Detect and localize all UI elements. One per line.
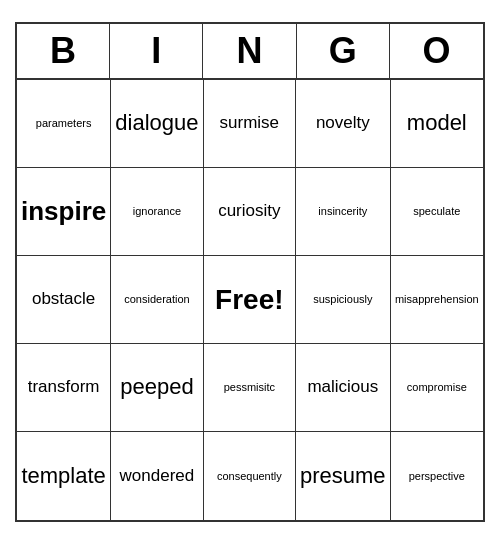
cell-text-r3-c4: compromise — [407, 380, 467, 394]
cell-text-r3-c2: pessmisitc — [224, 380, 275, 394]
bingo-header: BINGO — [17, 24, 483, 80]
cell-r2-c1: consideration — [111, 256, 203, 344]
cell-text-r1-c1: ignorance — [133, 204, 181, 218]
cell-r0-c4: model — [391, 80, 483, 168]
cell-r2-c4: misapprehension — [391, 256, 483, 344]
cell-text-r1-c2: curiosity — [218, 200, 280, 222]
cell-r1-c3: insincerity — [296, 168, 391, 256]
cell-r2-c3: suspiciously — [296, 256, 391, 344]
cell-text-r3-c1: peeped — [120, 373, 193, 402]
cell-text-r0-c1: dialogue — [115, 109, 198, 138]
header-letter-n: N — [203, 24, 296, 78]
header-letter-o: O — [390, 24, 483, 78]
cell-text-r2-c0: obstacle — [32, 288, 95, 310]
cell-text-r4-c4: perspective — [409, 469, 465, 483]
cell-r1-c2: curiosity — [204, 168, 296, 256]
cell-text-r1-c3: insincerity — [318, 204, 367, 218]
cell-r3-c0: transform — [17, 344, 111, 432]
cell-text-r0-c4: model — [407, 109, 467, 138]
cell-text-r0-c0: parameters — [36, 116, 92, 130]
cell-r3-c4: compromise — [391, 344, 483, 432]
cell-r0-c0: parameters — [17, 80, 111, 168]
cell-r0-c3: novelty — [296, 80, 391, 168]
cell-text-r1-c4: speculate — [413, 204, 460, 218]
cell-r4-c1: wondered — [111, 432, 203, 520]
cell-text-r0-c3: novelty — [316, 112, 370, 134]
cell-r1-c0: inspire — [17, 168, 111, 256]
header-letter-g: G — [297, 24, 390, 78]
cell-text-r2-c3: suspiciously — [313, 292, 372, 306]
header-letter-b: B — [17, 24, 110, 78]
cell-r3-c1: peeped — [111, 344, 203, 432]
cell-r4-c4: perspective — [391, 432, 483, 520]
bingo-grid: parametersdialoguesurmisenoveltymodelins… — [17, 80, 483, 520]
cell-text-r2-c4: misapprehension — [395, 292, 479, 306]
cell-r4-c0: template — [17, 432, 111, 520]
cell-r4-c3: presume — [296, 432, 391, 520]
cell-text-r3-c3: malicious — [307, 376, 378, 398]
cell-text-r2-c1: consideration — [124, 292, 189, 306]
cell-r2-c2: Free! — [204, 256, 296, 344]
cell-r0-c2: surmise — [204, 80, 296, 168]
cell-r3-c3: malicious — [296, 344, 391, 432]
cell-r0-c1: dialogue — [111, 80, 203, 168]
cell-text-r4-c3: presume — [300, 462, 386, 491]
cell-text-r4-c2: consequently — [217, 469, 282, 483]
header-letter-i: I — [110, 24, 203, 78]
bingo-card: BINGO parametersdialoguesurmisenoveltymo… — [15, 22, 485, 522]
cell-r1-c4: speculate — [391, 168, 483, 256]
cell-text-r1-c0: inspire — [21, 195, 106, 229]
cell-r2-c0: obstacle — [17, 256, 111, 344]
cell-r1-c1: ignorance — [111, 168, 203, 256]
cell-text-r2-c2: Free! — [215, 284, 283, 316]
cell-text-r4-c1: wondered — [120, 465, 195, 487]
cell-text-r0-c2: surmise — [220, 112, 280, 134]
cell-r4-c2: consequently — [204, 432, 296, 520]
cell-r3-c2: pessmisitc — [204, 344, 296, 432]
cell-text-r3-c0: transform — [28, 376, 100, 398]
cell-text-r4-c0: template — [21, 462, 105, 491]
